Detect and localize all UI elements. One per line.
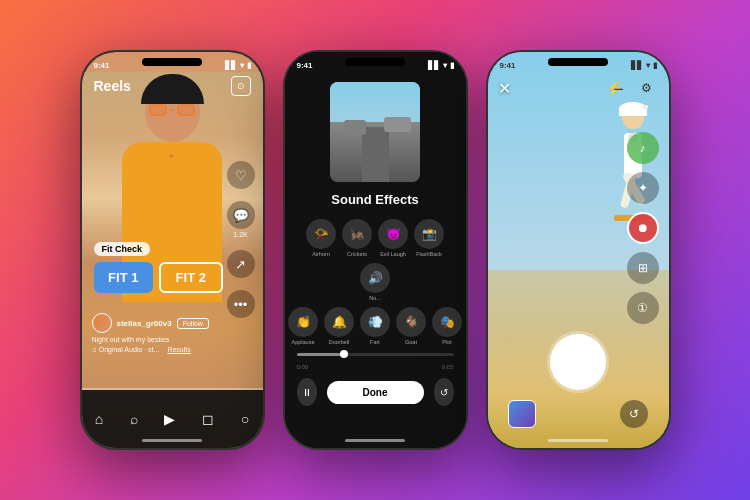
sound-crickets[interactable]: 🦗 Crickets	[342, 219, 372, 257]
crickets-label: Crickets	[347, 251, 367, 257]
wifi-icon-3: ▾	[646, 61, 650, 70]
user-info: stellas_gr00v3 Follow Night out with my …	[92, 313, 218, 353]
done-button[interactable]: Done	[327, 381, 424, 404]
wifi-icon-2: ▾	[443, 61, 447, 70]
applause-icon: 👏	[288, 307, 318, 337]
flip-camera-button[interactable]: ↺	[620, 400, 648, 428]
username: stellas_gr00v3	[117, 319, 172, 328]
home-indicator	[142, 439, 202, 442]
reels-background: ✦ 9:41 ▋▋ ▾ ▮ Reels ⊙	[82, 52, 263, 448]
timeline-dot	[340, 350, 348, 358]
nav-profile[interactable]: ○	[241, 411, 249, 427]
music-tool[interactable]: ♪	[627, 132, 659, 164]
profile-icon: ○	[241, 411, 249, 427]
hill-left	[344, 120, 367, 135]
glass-right	[177, 104, 195, 116]
camera-bottom: ↺	[488, 334, 669, 428]
fit2-button[interactable]: FIT 2	[159, 262, 223, 293]
sound-flashback[interactable]: 📸 FlashBack	[414, 219, 444, 257]
phone-camera: 9:41 ▋▋ ▾ ▮ ✕ ⚡̶ ⚙ ♪	[486, 50, 671, 450]
flash-icon: ⚡̶	[606, 80, 623, 96]
playback-controls: ⏸ Done ↺	[285, 370, 466, 406]
sound-goat[interactable]: 🐐 Goat	[396, 307, 426, 345]
home-icon: ⌂	[95, 411, 103, 427]
align-tool[interactable]: ⊞	[627, 252, 659, 284]
nav-home[interactable]: ⌂	[95, 411, 103, 427]
signal-icon-3: ▋▋	[631, 61, 643, 70]
timeline-bar[interactable]	[297, 353, 454, 356]
effects-tool[interactable]: ✦	[627, 172, 659, 204]
play-pause-button[interactable]: ⏸	[297, 378, 317, 406]
person-glasses	[149, 104, 195, 116]
share-button[interactable]: ↗	[227, 250, 255, 278]
camera-top-right: ⚡̶ ⚙	[603, 76, 659, 100]
reset-button[interactable]: ↺	[434, 378, 454, 406]
sound-noise[interactable]: 🔊 No...	[360, 263, 390, 301]
flash-disabled-icon[interactable]: ⚡̶	[603, 76, 627, 100]
reels-right-icons: ♡ 💬 1.2K ↗ •••	[227, 161, 255, 318]
timeline-progress	[297, 353, 344, 356]
reels-icon: ▶	[164, 411, 175, 427]
record-tool[interactable]: ⏺	[627, 212, 659, 244]
shop-icon: ◻	[202, 411, 214, 427]
sound-applause[interactable]: 👏 Applause	[288, 307, 318, 345]
signal-icon: ▋▋	[225, 61, 237, 70]
doorbell-label: Doorbell	[329, 339, 349, 345]
noise-icon: 🔊	[360, 263, 390, 293]
sound-evil-laugh[interactable]: 😈 Evil Laugh	[378, 219, 408, 257]
camera-right-tools: ♪ ✦ ⏺ ⊞ ①	[627, 132, 659, 324]
user-row: stellas_gr00v3 Follow	[92, 313, 218, 333]
airhorn-label: Airhorn	[312, 251, 330, 257]
gallery-thumbnail[interactable]	[508, 400, 536, 428]
glass-bridge	[170, 109, 174, 111]
flashback-icon: 📸	[414, 219, 444, 249]
sound-plot[interactable]: 🎭 Plot	[432, 307, 462, 345]
fit1-button[interactable]: FIT 1	[94, 262, 154, 293]
reset-icon: ↺	[440, 387, 448, 398]
battery-icon: ▮	[247, 61, 251, 70]
comment-icon: 💬	[227, 201, 255, 229]
sound-doorbell[interactable]: 🔔 Doorbell	[324, 307, 354, 345]
results-button[interactable]: Results	[167, 346, 190, 353]
timer-tool[interactable]: ①	[627, 292, 659, 324]
plot-icon: 🎭	[432, 307, 462, 337]
music-icon: ♪	[640, 141, 646, 155]
goat-icon: 🐐	[396, 307, 426, 337]
airhorn-icon: 📯	[306, 219, 336, 249]
fart-label: Fart	[370, 339, 380, 345]
effects-icon: ✦	[638, 181, 648, 195]
camera-button[interactable]: ⊙	[231, 76, 251, 96]
home-indicator-3	[548, 439, 608, 442]
follow-button[interactable]: Follow	[177, 318, 209, 329]
camera-top-controls: ✕ ⚡̶ ⚙	[498, 76, 659, 100]
nav-shop[interactable]: ◻	[202, 411, 214, 427]
sound-fart[interactable]: 💨 Fart	[360, 307, 390, 345]
sound-airhorn[interactable]: 📯 Airhorn	[306, 219, 336, 257]
more-button[interactable]: •••	[227, 290, 255, 318]
applause-label: Applause	[292, 339, 315, 345]
time-start: 0:00	[297, 364, 309, 370]
crickets-icon: 🦗	[342, 219, 372, 249]
settings-button[interactable]: ⚙	[635, 76, 659, 100]
noise-label: No...	[369, 295, 381, 301]
phone-reels: ✦ 9:41 ▋▋ ▾ ▮ Reels ⊙	[80, 50, 265, 450]
sound-preview	[330, 82, 420, 182]
status-time-2: 9:41	[297, 61, 313, 70]
user-avatar	[92, 313, 112, 333]
wifi-icon: ▾	[240, 61, 244, 70]
close-button[interactable]: ✕	[498, 79, 511, 98]
doorbell-icon: 🔔	[324, 307, 354, 337]
shutter-button[interactable]	[550, 334, 606, 390]
status-right-3: ▋▋ ▾ ▮	[631, 61, 657, 70]
comment-button[interactable]: 💬 1.2K	[227, 201, 255, 238]
phone3-screen: 9:41 ▋▋ ▾ ▮ ✕ ⚡̶ ⚙ ♪	[488, 52, 669, 448]
camera-icon: ⊙	[237, 81, 245, 91]
sound-grid-row2: 👏 Applause 🔔 Doorbell 💨 Fart 🐐 Goat 🎭 Pl…	[285, 301, 466, 345]
nav-reels[interactable]: ▶	[164, 411, 175, 427]
reels-title: Reels	[94, 78, 131, 94]
like-button[interactable]: ♡	[227, 161, 255, 189]
sound-effects-title: Sound Effects	[285, 192, 466, 207]
nav-search[interactable]: ⌕	[130, 411, 138, 427]
signal-icon-2: ▋▋	[428, 61, 440, 70]
plot-label: Plot	[442, 339, 451, 345]
